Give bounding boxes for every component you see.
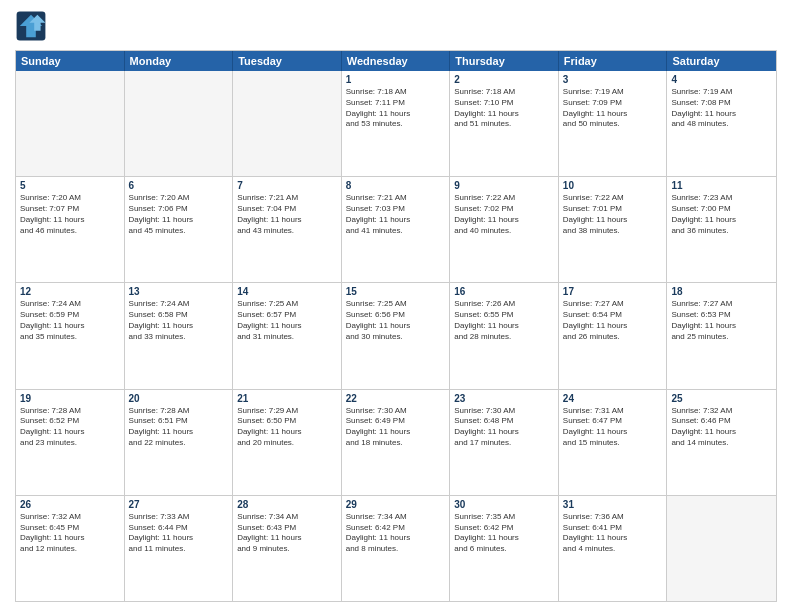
day-cell-17: 17Sunrise: 7:27 AMSunset: 6:54 PMDayligh… bbox=[559, 283, 668, 388]
day-cell-16: 16Sunrise: 7:26 AMSunset: 6:55 PMDayligh… bbox=[450, 283, 559, 388]
day-number: 15 bbox=[346, 286, 446, 297]
day-info: Sunrise: 7:36 AMSunset: 6:41 PMDaylight:… bbox=[563, 512, 663, 555]
day-number: 6 bbox=[129, 180, 229, 191]
day-cell-6: 6Sunrise: 7:20 AMSunset: 7:06 PMDaylight… bbox=[125, 177, 234, 282]
day-cell-21: 21Sunrise: 7:29 AMSunset: 6:50 PMDayligh… bbox=[233, 390, 342, 495]
day-cell-2: 2Sunrise: 7:18 AMSunset: 7:10 PMDaylight… bbox=[450, 71, 559, 176]
day-cell-12: 12Sunrise: 7:24 AMSunset: 6:59 PMDayligh… bbox=[16, 283, 125, 388]
day-header-friday: Friday bbox=[559, 51, 668, 71]
day-number: 11 bbox=[671, 180, 772, 191]
day-info: Sunrise: 7:34 AMSunset: 6:43 PMDaylight:… bbox=[237, 512, 337, 555]
week-row-3: 12Sunrise: 7:24 AMSunset: 6:59 PMDayligh… bbox=[16, 283, 776, 389]
day-cell-3: 3Sunrise: 7:19 AMSunset: 7:09 PMDaylight… bbox=[559, 71, 668, 176]
day-number: 19 bbox=[20, 393, 120, 404]
day-number: 23 bbox=[454, 393, 554, 404]
day-cell-20: 20Sunrise: 7:28 AMSunset: 6:51 PMDayligh… bbox=[125, 390, 234, 495]
day-number: 22 bbox=[346, 393, 446, 404]
day-info: Sunrise: 7:31 AMSunset: 6:47 PMDaylight:… bbox=[563, 406, 663, 449]
page: SundayMondayTuesdayWednesdayThursdayFrid… bbox=[0, 0, 792, 612]
day-number: 5 bbox=[20, 180, 120, 191]
day-cell-empty bbox=[16, 71, 125, 176]
day-cell-empty bbox=[667, 496, 776, 601]
day-header-sunday: Sunday bbox=[16, 51, 125, 71]
day-cell-9: 9Sunrise: 7:22 AMSunset: 7:02 PMDaylight… bbox=[450, 177, 559, 282]
day-number: 31 bbox=[563, 499, 663, 510]
day-cell-8: 8Sunrise: 7:21 AMSunset: 7:03 PMDaylight… bbox=[342, 177, 451, 282]
day-cell-empty bbox=[125, 71, 234, 176]
day-cell-19: 19Sunrise: 7:28 AMSunset: 6:52 PMDayligh… bbox=[16, 390, 125, 495]
day-number: 8 bbox=[346, 180, 446, 191]
day-number: 28 bbox=[237, 499, 337, 510]
day-info: Sunrise: 7:25 AMSunset: 6:56 PMDaylight:… bbox=[346, 299, 446, 342]
logo bbox=[15, 10, 53, 42]
day-info: Sunrise: 7:25 AMSunset: 6:57 PMDaylight:… bbox=[237, 299, 337, 342]
day-cell-10: 10Sunrise: 7:22 AMSunset: 7:01 PMDayligh… bbox=[559, 177, 668, 282]
day-header-tuesday: Tuesday bbox=[233, 51, 342, 71]
day-info: Sunrise: 7:33 AMSunset: 6:44 PMDaylight:… bbox=[129, 512, 229, 555]
day-number: 12 bbox=[20, 286, 120, 297]
day-cell-18: 18Sunrise: 7:27 AMSunset: 6:53 PMDayligh… bbox=[667, 283, 776, 388]
day-info: Sunrise: 7:20 AMSunset: 7:06 PMDaylight:… bbox=[129, 193, 229, 236]
day-cell-30: 30Sunrise: 7:35 AMSunset: 6:42 PMDayligh… bbox=[450, 496, 559, 601]
day-number: 1 bbox=[346, 74, 446, 85]
day-info: Sunrise: 7:29 AMSunset: 6:50 PMDaylight:… bbox=[237, 406, 337, 449]
day-info: Sunrise: 7:20 AMSunset: 7:07 PMDaylight:… bbox=[20, 193, 120, 236]
day-headers: SundayMondayTuesdayWednesdayThursdayFrid… bbox=[16, 51, 776, 71]
day-header-saturday: Saturday bbox=[667, 51, 776, 71]
day-cell-13: 13Sunrise: 7:24 AMSunset: 6:58 PMDayligh… bbox=[125, 283, 234, 388]
day-cell-29: 29Sunrise: 7:34 AMSunset: 6:42 PMDayligh… bbox=[342, 496, 451, 601]
day-cell-1: 1Sunrise: 7:18 AMSunset: 7:11 PMDaylight… bbox=[342, 71, 451, 176]
day-number: 30 bbox=[454, 499, 554, 510]
day-number: 20 bbox=[129, 393, 229, 404]
day-cell-5: 5Sunrise: 7:20 AMSunset: 7:07 PMDaylight… bbox=[16, 177, 125, 282]
day-number: 26 bbox=[20, 499, 120, 510]
day-info: Sunrise: 7:24 AMSunset: 6:59 PMDaylight:… bbox=[20, 299, 120, 342]
day-number: 14 bbox=[237, 286, 337, 297]
day-number: 17 bbox=[563, 286, 663, 297]
day-header-wednesday: Wednesday bbox=[342, 51, 451, 71]
day-cell-23: 23Sunrise: 7:30 AMSunset: 6:48 PMDayligh… bbox=[450, 390, 559, 495]
day-cell-25: 25Sunrise: 7:32 AMSunset: 6:46 PMDayligh… bbox=[667, 390, 776, 495]
day-info: Sunrise: 7:26 AMSunset: 6:55 PMDaylight:… bbox=[454, 299, 554, 342]
day-info: Sunrise: 7:22 AMSunset: 7:01 PMDaylight:… bbox=[563, 193, 663, 236]
day-number: 7 bbox=[237, 180, 337, 191]
day-number: 3 bbox=[563, 74, 663, 85]
day-cell-15: 15Sunrise: 7:25 AMSunset: 6:56 PMDayligh… bbox=[342, 283, 451, 388]
weeks: 1Sunrise: 7:18 AMSunset: 7:11 PMDaylight… bbox=[16, 71, 776, 601]
day-info: Sunrise: 7:30 AMSunset: 6:48 PMDaylight:… bbox=[454, 406, 554, 449]
day-info: Sunrise: 7:24 AMSunset: 6:58 PMDaylight:… bbox=[129, 299, 229, 342]
day-cell-11: 11Sunrise: 7:23 AMSunset: 7:00 PMDayligh… bbox=[667, 177, 776, 282]
day-info: Sunrise: 7:32 AMSunset: 6:46 PMDaylight:… bbox=[671, 406, 772, 449]
day-number: 16 bbox=[454, 286, 554, 297]
day-info: Sunrise: 7:28 AMSunset: 6:51 PMDaylight:… bbox=[129, 406, 229, 449]
day-header-thursday: Thursday bbox=[450, 51, 559, 71]
day-info: Sunrise: 7:27 AMSunset: 6:53 PMDaylight:… bbox=[671, 299, 772, 342]
week-row-4: 19Sunrise: 7:28 AMSunset: 6:52 PMDayligh… bbox=[16, 390, 776, 496]
day-info: Sunrise: 7:34 AMSunset: 6:42 PMDaylight:… bbox=[346, 512, 446, 555]
day-number: 27 bbox=[129, 499, 229, 510]
week-row-1: 1Sunrise: 7:18 AMSunset: 7:11 PMDaylight… bbox=[16, 71, 776, 177]
day-info: Sunrise: 7:32 AMSunset: 6:45 PMDaylight:… bbox=[20, 512, 120, 555]
day-cell-empty bbox=[233, 71, 342, 176]
calendar: SundayMondayTuesdayWednesdayThursdayFrid… bbox=[15, 50, 777, 602]
day-info: Sunrise: 7:28 AMSunset: 6:52 PMDaylight:… bbox=[20, 406, 120, 449]
day-number: 9 bbox=[454, 180, 554, 191]
header bbox=[15, 10, 777, 42]
day-cell-7: 7Sunrise: 7:21 AMSunset: 7:04 PMDaylight… bbox=[233, 177, 342, 282]
day-cell-27: 27Sunrise: 7:33 AMSunset: 6:44 PMDayligh… bbox=[125, 496, 234, 601]
day-number: 10 bbox=[563, 180, 663, 191]
day-info: Sunrise: 7:19 AMSunset: 7:09 PMDaylight:… bbox=[563, 87, 663, 130]
day-cell-14: 14Sunrise: 7:25 AMSunset: 6:57 PMDayligh… bbox=[233, 283, 342, 388]
day-info: Sunrise: 7:22 AMSunset: 7:02 PMDaylight:… bbox=[454, 193, 554, 236]
day-info: Sunrise: 7:18 AMSunset: 7:11 PMDaylight:… bbox=[346, 87, 446, 130]
day-cell-28: 28Sunrise: 7:34 AMSunset: 6:43 PMDayligh… bbox=[233, 496, 342, 601]
day-number: 13 bbox=[129, 286, 229, 297]
day-info: Sunrise: 7:21 AMSunset: 7:03 PMDaylight:… bbox=[346, 193, 446, 236]
day-cell-26: 26Sunrise: 7:32 AMSunset: 6:45 PMDayligh… bbox=[16, 496, 125, 601]
day-info: Sunrise: 7:35 AMSunset: 6:42 PMDaylight:… bbox=[454, 512, 554, 555]
day-info: Sunrise: 7:27 AMSunset: 6:54 PMDaylight:… bbox=[563, 299, 663, 342]
week-row-2: 5Sunrise: 7:20 AMSunset: 7:07 PMDaylight… bbox=[16, 177, 776, 283]
day-info: Sunrise: 7:19 AMSunset: 7:08 PMDaylight:… bbox=[671, 87, 772, 130]
day-info: Sunrise: 7:21 AMSunset: 7:04 PMDaylight:… bbox=[237, 193, 337, 236]
day-info: Sunrise: 7:23 AMSunset: 7:00 PMDaylight:… bbox=[671, 193, 772, 236]
